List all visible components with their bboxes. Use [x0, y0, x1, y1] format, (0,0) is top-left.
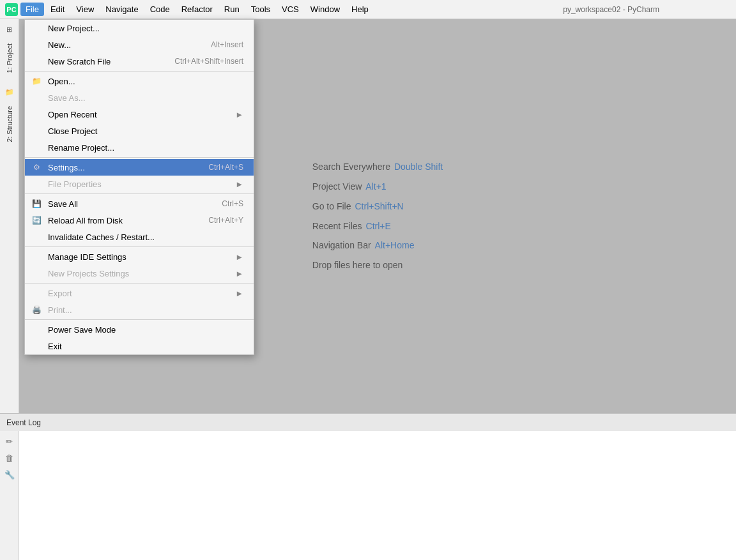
shortcut-goto-file: Go to File Ctrl+Shift+N: [312, 197, 443, 216]
menu-window[interactable]: Window: [305, 3, 345, 16]
open-recent-arrow: ►: [235, 110, 243, 119]
menu-manage-ide[interactable]: Manage IDE Settings ►: [25, 248, 254, 265]
event-log-title: Event Log: [6, 418, 41, 427]
event-log-content: ✏ 🗑 🔧: [0, 431, 736, 560]
menu-vcs[interactable]: VCS: [277, 3, 304, 16]
menu-run[interactable]: Run: [219, 3, 245, 16]
menu-view[interactable]: View: [71, 3, 99, 16]
menu-rename-project[interactable]: Rename Project...: [25, 139, 254, 156]
menu-new[interactable]: New... Alt+Insert: [25, 36, 254, 53]
shortcut-search: Search Everywhere Double Shift: [312, 157, 443, 177]
manage-ide-arrow: ►: [235, 252, 243, 262]
menu-edit[interactable]: Edit: [45, 3, 70, 16]
menu-save-as: Save As...: [25, 89, 254, 106]
menu-exit[interactable]: Exit: [25, 338, 254, 354]
menu-new-projects-settings: New Projects Settings ►: [25, 265, 254, 282]
separator-5: [25, 283, 254, 284]
event-log-sidebar: ✏ 🗑 🔧: [0, 431, 19, 560]
menu-save-all[interactable]: 💾 Save All Ctrl+S: [25, 195, 254, 212]
delete-icon[interactable]: 🗑: [3, 451, 16, 464]
menu-code[interactable]: Code: [145, 3, 175, 16]
left-sidebar-tabs: ⊞ 1: Project 📁 2: Structure: [0, 19, 19, 413]
title-bar: PC File Edit View Navigate Code Refactor…: [0, 0, 736, 19]
event-log-main: [19, 431, 736, 560]
separator-3: [25, 193, 254, 194]
event-log-bar: Event Log: [0, 413, 736, 431]
separator-1: [25, 71, 254, 72]
tab-structure[interactable]: 2: Structure: [2, 100, 17, 149]
app-logo: PC: [5, 3, 18, 16]
menu-open[interactable]: 📁 Open...: [25, 73, 254, 89]
menu-refactor[interactable]: Refactor: [176, 3, 218, 16]
menu-file[interactable]: File: [20, 3, 44, 16]
shortcut-nav: Navigation Bar Alt+Home: [312, 236, 443, 255]
menu-reload-disk[interactable]: 🔄 Reload All from Disk Ctrl+Alt+Y: [25, 212, 254, 229]
menu-new-scratch[interactable]: New Scratch File Ctrl+Alt+Shift+Insert: [25, 53, 254, 70]
menu-navigate[interactable]: Navigate: [100, 3, 143, 16]
shortcut-drop: Drop files here to open: [312, 255, 443, 275]
separator-4: [25, 246, 254, 247]
file-props-arrow: ►: [235, 179, 243, 189]
window-title: py_workspace02 - PyCharm: [563, 5, 659, 14]
menu-help[interactable]: Help: [346, 3, 374, 16]
settings-gear-icon: ⚙: [30, 163, 43, 172]
menu-invalidate-caches[interactable]: Invalidate Caches / Restart...: [25, 229, 254, 245]
shortcuts-panel: Search Everywhere Double Shift Project V…: [312, 157, 443, 275]
shortcut-recent: Recent Files Ctrl+E: [312, 216, 443, 236]
bottom-panel: Event Log ✏ 🗑 🔧: [0, 413, 736, 560]
menu-open-recent[interactable]: Open Recent ►: [25, 106, 254, 123]
save-icon: 💾: [30, 199, 43, 208]
menu-power-save[interactable]: Power Save Mode: [25, 321, 254, 338]
print-icon: 🖨️: [30, 305, 43, 314]
menu-export: Export ►: [25, 285, 254, 301]
shortcut-project: Project View Alt+1: [312, 177, 443, 197]
edit-icon[interactable]: ✏: [3, 435, 16, 448]
menu-print: 🖨️ Print...: [25, 301, 254, 318]
menu-new-project[interactable]: New Project...: [25, 20, 254, 36]
export-arrow: ►: [235, 289, 243, 298]
menu-settings[interactable]: ⚙ Settings... Ctrl+Alt+S: [25, 159, 254, 176]
file-dropdown-menu[interactable]: New Project... New... Alt+Insert New Scr…: [24, 19, 254, 355]
project-icon: ⊞: [3, 23, 16, 36]
menu-tools[interactable]: Tools: [246, 3, 275, 16]
menu-close-project[interactable]: Close Project: [25, 123, 254, 139]
separator-6: [25, 319, 254, 320]
tab-project[interactable]: 1: Project: [2, 37, 17, 79]
open-folder-icon: 📁: [30, 77, 43, 86]
separator-2: [25, 157, 254, 158]
settings-icon[interactable]: 🔧: [3, 468, 16, 481]
folder-icon: 📁: [3, 86, 16, 98]
new-projects-arrow: ►: [235, 269, 243, 278]
reload-icon: 🔄: [30, 216, 43, 225]
menu-file-properties: File Properties ►: [25, 176, 254, 192]
